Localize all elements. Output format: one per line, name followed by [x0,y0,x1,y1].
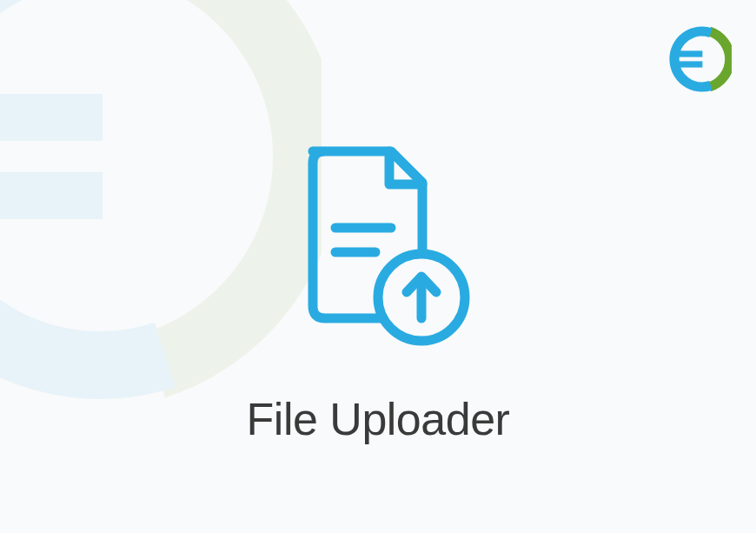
file-upload-icon [278,141,478,350]
page-title: File Uploader [247,393,510,445]
main-content: File Uploader [0,0,756,533]
